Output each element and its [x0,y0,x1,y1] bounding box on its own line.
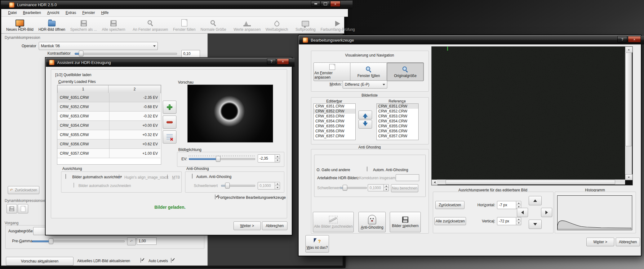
spin-down-icon[interactable] [518,222,520,224]
threshold-slider[interactable] [221,183,255,188]
list-item[interactable]: CRW_6353.CRW [314,114,355,119]
toolbar-softproofing[interactable]: Softproofing [293,17,318,33]
menu-datei[interactable]: Datei [5,9,20,16]
list-item[interactable]: CRW_6355.CRW [377,124,418,129]
advanced-tools-checkbox[interactable] [215,194,215,199]
load-preset-button[interactable] [18,204,28,213]
table-row[interactable]: CRW_6353.CRW -0.32 EV [57,112,160,121]
reset-button[interactable]: Zurücksetzen [435,201,464,209]
menu-ansicht[interactable]: Ansicht [44,9,62,16]
main-titlebar[interactable]: Luminance HDR 2.5.0 [1,1,353,9]
corrections-field[interactable] [396,174,419,181]
operator-combobox[interactable]: Mantiuk '06 [39,42,158,50]
crop-all-button[interactable]: Alle Bilder zuschneiden [313,212,354,232]
nudge-down-button[interactable] [529,220,542,229]
wizard-cancel-button[interactable]: Abbrechen [262,221,287,230]
spin-up-icon[interactable] [277,183,278,185]
toolbar-white-balance[interactable]: Weißabgleich [263,17,291,33]
list-item[interactable]: CRW_6356.CRW [377,129,418,134]
list-item[interactable]: CRW_6352.CRW [377,109,418,114]
table-row[interactable]: CRW_6351.CRW -2.35 EV [57,93,160,102]
eclipse-image[interactable] [432,47,625,180]
list-item[interactable]: CRW_6352.CRW [314,109,355,114]
spin-up-icon[interactable] [518,203,520,204]
vertical-scrollbar[interactable] [625,52,632,174]
save-images-button[interactable]: Bilder speichern [390,212,421,232]
toolbar-normal-size[interactable]: Normale Größe [198,17,229,33]
mtb-radio[interactable] [167,174,168,179]
table-row[interactable]: CRW_6354.CRW +0.00 EV [57,121,160,130]
pregamma-slider[interactable] [32,238,125,244]
ev-slider[interactable] [189,156,255,162]
toolbar-fit-window[interactable]: An Fenster anpassen [130,17,171,33]
spin-down-icon[interactable] [277,187,278,188]
editor-auto-ag-checkbox[interactable] [367,166,367,171]
update-preview-button[interactable]: Vorschau aktualisieren [6,257,73,266]
wizard-help-button[interactable]: ? [267,58,276,65]
table-header-2[interactable]: 2 [108,85,161,93]
list-item[interactable]: CRW_6354.CRW [377,119,418,124]
update-ldr-checkbox[interactable] [140,258,141,263]
auto-antighost-checkbox[interactable] [192,174,193,179]
list-item[interactable]: CRW_6351.CRW [377,104,418,109]
spin-down-icon[interactable] [385,189,387,190]
pregamma-value[interactable]: 1,00 [137,237,157,245]
contrast-slider[interactable] [75,51,177,56]
editor-next-button[interactable]: Weiter > [586,238,614,246]
wizard-next-button[interactable]: Weiter > [233,221,261,230]
table-row[interactable]: CRW_6357.CRW +1.00 EV [57,149,160,158]
mode-combobox[interactable]: Differenz (E-P) [343,80,387,89]
table-row[interactable]: CRW_6356.CRW +0.62 EV [57,139,160,149]
editor-cancel-button[interactable]: Abbrechen [616,238,640,246]
threshold-spinbox[interactable]: 0,1000 [258,182,280,189]
auto-levels-checkbox[interactable] [171,258,171,263]
move-down-button[interactable] [358,120,372,129]
original-size-button[interactable]: Originalgröße [387,62,424,81]
spin-up-icon[interactable] [518,219,520,220]
spin-up-icon[interactable] [385,185,387,187]
nudge-right-button[interactable] [541,208,552,217]
editor-help-button[interactable]: ? [617,36,627,43]
vertical-spinbox[interactable]: -72 px [497,217,521,225]
nudge-up-button[interactable] [529,196,542,205]
list-item[interactable]: CRW_6357.CRW [377,134,418,139]
editor-close-button[interactable]: × [628,36,641,43]
toolbar-fill-window[interactable]: Fenster füllen [171,17,198,33]
reference-list[interactable]: CRW_6351.CRW CRW_6352.CRW CRW_6353.CRW C… [376,103,419,140]
editor-threshold-slider[interactable] [340,185,367,190]
whats-this-button[interactable]: ? Was ist das? [305,235,329,253]
editor-titlebar[interactable]: Bearbeitungswerkzeuge [299,36,644,44]
move-up-button[interactable] [358,111,372,119]
spin-down-icon[interactable] [277,160,278,161]
horizontal-scrollbar[interactable] [437,180,625,185]
nudge-left-button[interactable] [517,208,528,217]
hugin-radio[interactable] [119,174,119,179]
fill-window-button[interactable]: Fenster füllen [350,62,387,81]
toolbar-adjust-levels[interactable]: Werte anpassen [231,17,263,33]
scrollbar-thumb[interactable] [446,180,615,185]
antighosting-button[interactable]: Anti-Ghosting [358,212,386,232]
save-preset-button[interactable] [7,204,17,213]
toolbar-open-hdr[interactable]: HDR-Bild öffnen [36,17,68,33]
ev-spinbox[interactable]: -2,35 [258,154,280,162]
list-item[interactable]: CRW_6357.CRW [314,134,355,139]
list-item[interactable]: CRW_6355.CRW [314,124,355,129]
fit-window-button[interactable]: An Fenster anpassen [313,62,351,81]
spin-up-icon[interactable] [277,156,278,157]
spin-down-icon[interactable] [518,206,520,207]
list-item[interactable]: CRW_6354.CRW [314,119,355,124]
wizard-titlebar[interactable]: Assistent zur HDR-Erzeugung [46,58,295,67]
menu-bearbeiten[interactable]: Bearbeiten [20,9,44,16]
loaded-files-table[interactable]: 1 2 CRW_6351.CRW -2.35 EV CRW_6352.CRW -… [57,85,161,165]
toolbar-save-all[interactable]: Alle speichern [100,17,128,33]
table-header-1[interactable]: 1 [57,85,109,93]
contrast-value[interactable]: 0,10 [181,50,200,57]
maximize-button[interactable] [321,1,330,7]
table-row[interactable]: CRW_6352.CRW -0.68 EV [57,102,160,112]
editable-list[interactable]: CRW_6351.CRW CRW_6352.CRW CRW_6353.CRW C… [313,103,356,140]
auto-align-checkbox[interactable] [65,174,66,179]
scroll-down-button[interactable] [625,174,633,180]
remove-image-button[interactable] [163,116,176,129]
pregamma-undo-button[interactable]: ↶ [127,237,136,245]
menu-hilfe[interactable]: Hilfe [98,9,112,16]
